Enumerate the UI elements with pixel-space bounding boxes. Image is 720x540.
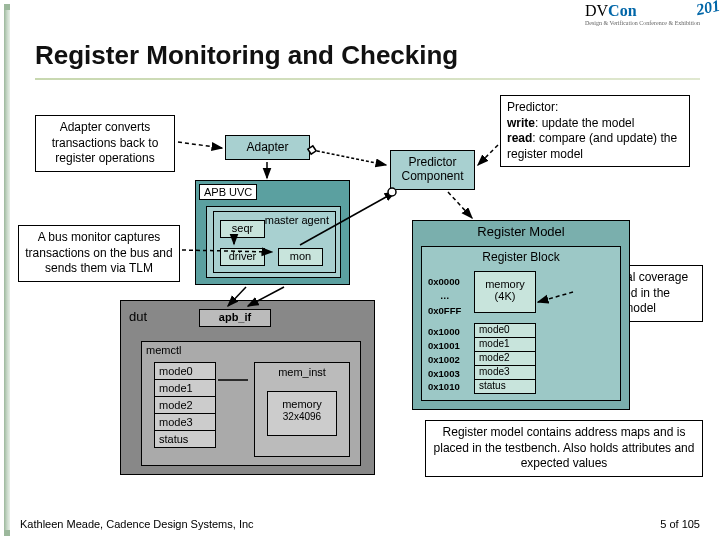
note-bus-monitor: A bus monitor captures transactions on t… (18, 225, 180, 282)
block-reg: mode3 (474, 365, 536, 380)
block-mem-inst: mem_inst memory 32x4096 (254, 362, 350, 457)
memctl-reg: mode3 (154, 413, 216, 431)
footer-page: 5 of 105 (660, 518, 700, 530)
memctl-reg: status (154, 430, 216, 448)
block-memory: memory 32x4096 (267, 391, 337, 436)
title-rule (35, 78, 700, 80)
block-reg-block: Register Block 0x0000 … 0x0FFF memory (4… (421, 246, 621, 401)
svg-line-2 (478, 145, 498, 165)
logo-dv: DV (585, 2, 608, 19)
addr: 0x1000 (428, 325, 460, 339)
logo-year: 2012 (694, 0, 720, 19)
block-adapter: Adapter (225, 135, 310, 160)
reg-model-label: Register Model (413, 224, 629, 239)
addr: 0x0000 (428, 275, 461, 289)
footer-author: Kathleen Meade, Cadence Design Systems, … (20, 518, 254, 530)
block-master-agent: master agent seqr driver mon (213, 211, 336, 273)
dut-label: dut (129, 309, 147, 324)
block-reg: mode2 (474, 351, 536, 366)
block-reg: mode1 (474, 337, 536, 352)
memctl-label: memctl (146, 344, 181, 356)
addr: 0x0FFF (428, 304, 461, 318)
memory-4k-label: memory (4K) (485, 278, 525, 302)
block-driver: driver (220, 248, 265, 266)
memctl-reg: mode0 (154, 362, 216, 380)
block-dut: dut apb_if memctl mode0 mode1 mode2 mode… (120, 300, 375, 475)
block-reg-list: mode0 mode1 mode2 mode3 status (474, 323, 536, 394)
memctl-reg-list: mode0 mode1 mode2 mode3 status (154, 362, 216, 448)
block-memory-4k: memory (4K) (474, 271, 536, 313)
block-apb-uvc: APB UVC master agent seqr driver mon (195, 180, 350, 285)
side-rail (4, 4, 10, 536)
reg-block-label: Register Block (422, 250, 620, 264)
predictor-title: Predictor: (507, 100, 558, 114)
addr: 0x1001 (428, 339, 460, 353)
predictor-read: read (507, 131, 532, 145)
block-master-agent-outer: master agent seqr driver mon (206, 206, 341, 278)
addr-col-2: 0x1000 0x1001 0x1002 0x1003 0x1010 (428, 325, 460, 394)
note-adapter: Adapter converts transactions back to re… (35, 115, 175, 172)
memory-label: memory (282, 398, 322, 410)
slide-title: Register Monitoring and Checking (35, 40, 458, 71)
mem-inst-label: mem_inst (255, 366, 349, 378)
predictor-read-desc: : compare (and update) the register mode… (507, 131, 677, 161)
svg-line-7 (312, 150, 386, 165)
block-reg-model: Register Model Register Block 0x0000 … 0… (412, 220, 630, 410)
master-agent-label: master agent (265, 214, 329, 226)
memctl-reg: mode1 (154, 379, 216, 397)
block-memctl: memctl mode0 mode1 mode2 mode3 status me… (141, 341, 361, 466)
addr-col-1: 0x0000 … 0x0FFF (428, 275, 461, 318)
predictor-write-desc: : update the model (535, 116, 634, 130)
logo-con: Con (608, 2, 636, 19)
logo-sub: Design & Verification Conference & Exhib… (585, 20, 700, 26)
block-seqr: seqr (220, 220, 265, 238)
memory-size: 32x4096 (283, 411, 321, 422)
memctl-reg: mode2 (154, 396, 216, 414)
addr: 0x1003 (428, 367, 460, 381)
svg-line-5 (448, 192, 472, 218)
note-reg-model: Register model contains address maps and… (425, 420, 703, 477)
addr: … (428, 289, 461, 303)
predictor-write: write (507, 116, 535, 130)
block-mon: mon (278, 248, 323, 266)
dvcon-logo: DVCon 2012 Design & Verification Confere… (585, 2, 700, 26)
block-apb-if: apb_if (199, 309, 271, 327)
svg-line-1 (178, 142, 222, 148)
note-predictor: Predictor: write: update the model read:… (500, 95, 690, 167)
addr: 0x1010 (428, 380, 460, 394)
block-reg: mode0 (474, 323, 536, 338)
block-predictor-comp: Predictor Component (390, 150, 475, 190)
block-reg: status (474, 379, 536, 394)
addr: 0x1002 (428, 353, 460, 367)
apb-uvc-label: APB UVC (199, 184, 257, 200)
